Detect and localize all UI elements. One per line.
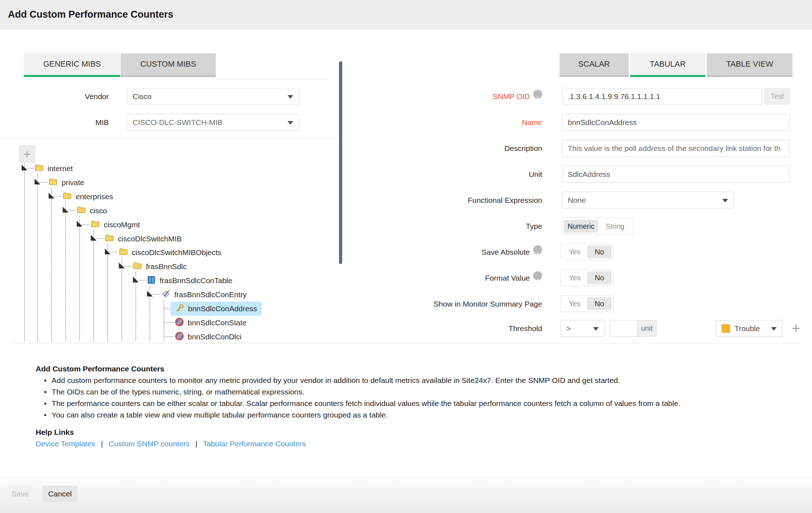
no-access-icon	[175, 318, 184, 328]
type-option-numeric[interactable]: Numeric	[564, 220, 598, 233]
tab-table-view[interactable]: TABLE VIEW	[707, 53, 793, 77]
tree-guide-line	[65, 202, 66, 341]
link-device-templates[interactable]: Device Templates	[36, 440, 95, 448]
tree-expand-toggle-icon[interactable]	[63, 207, 68, 213]
add-threshold-button[interactable]: +	[788, 320, 804, 337]
functional-expression-select[interactable]: None	[562, 192, 734, 209]
test-button[interactable]: Test	[764, 88, 790, 105]
tree-expand-toggle-icon[interactable]	[22, 165, 27, 170]
type-option-string[interactable]: String	[598, 220, 632, 233]
footer-bar	[0, 478, 812, 513]
tab-scalar[interactable]: SCALAR	[559, 53, 629, 77]
name-label: Name	[360, 114, 542, 131]
tab-generic-mibs-label: GENERIC MIBS	[43, 59, 101, 69]
tab-custom-mibs[interactable]: CUSTOM MIBS	[121, 53, 216, 77]
description-input[interactable]: This value is the poll address of the se…	[562, 140, 790, 157]
folder-icon	[105, 234, 114, 244]
key-icon	[175, 304, 184, 314]
tree-node-internet[interactable]: internet	[35, 162, 73, 175]
unit-value: SdlcAddress	[568, 170, 610, 179]
tree-guide-line	[164, 300, 164, 341]
tree-expand-all-button[interactable]: +	[19, 145, 35, 163]
tree-node-ciscodlcswitchmib[interactable]: ciscoDlcSwitchMIB	[105, 232, 182, 245]
tree-node-private[interactable]: private	[49, 176, 84, 189]
chevron-down-icon	[287, 95, 293, 99]
tree-expand-toggle-icon[interactable]	[77, 221, 82, 227]
tree-node-ciscomgmt[interactable]: ciscoMgmt	[91, 218, 140, 231]
panel-scrollbar-thumb[interactable]	[339, 61, 342, 264]
threshold-severity-select[interactable]: Trouble	[716, 320, 782, 337]
tree-expand-toggle-icon[interactable]	[91, 235, 97, 241]
tab-generic-mibs[interactable]: GENERIC MIBS	[24, 53, 120, 77]
folder-icon	[91, 220, 100, 229]
unit-label: Unit	[360, 166, 542, 183]
content-divider	[11, 343, 801, 343]
tree-guide-line	[93, 230, 94, 341]
save-button[interactable]: Save	[8, 486, 32, 502]
tree-node-cisco[interactable]: cisco	[77, 204, 107, 217]
vendor-label: Vendor	[36, 88, 109, 105]
title-bar: Add Custom Performance Counters	[0, 0, 812, 29]
tree-node-frasbnnsdlcconentry[interactable]: frasBnnSdlcConEntry	[161, 288, 247, 301]
tree-node-label: bnnSdlcConAddress	[188, 304, 257, 313]
threshold-label: Threshold	[360, 320, 542, 337]
snmp-oid-input[interactable]: .1.3.6.1.4.1.9.9.76.1.1.1.1.1	[562, 88, 762, 105]
tree-node-bnnsdlcconstate[interactable]: bnnSdlcConState	[175, 316, 246, 329]
help-bullet: •The performance counters can be either …	[44, 399, 680, 408]
functional-expression-label: Functional Expression	[360, 192, 542, 209]
tree-expand-toggle-icon[interactable]	[35, 179, 40, 184]
mib-select[interactable]: CISCO-DLC-SWITCH-MIB	[127, 114, 299, 131]
tree-expand-toggle-icon[interactable]	[119, 263, 125, 268]
info-icon[interactable]	[533, 245, 542, 254]
tree-node-ciscodlcswitchmibobjects[interactable]: ciscoDlcSwitchMIBObjects	[119, 246, 222, 259]
tree-node-frasbnnsdlc[interactable]: frasBnnSdlc	[133, 260, 187, 273]
show-in-summary-no[interactable]: No	[587, 297, 612, 310]
cancel-button[interactable]: Cancel	[43, 486, 77, 502]
show-in-summary-yes[interactable]: Yes	[562, 297, 587, 310]
tree-expand-toggle-icon[interactable]	[105, 249, 111, 254]
tree-node-label: ciscoDlcSwitchMIB	[118, 235, 182, 243]
tab-tabular[interactable]: TABULAR	[630, 53, 705, 77]
help-title: Add Custom Performance Counters	[36, 365, 164, 373]
save-absolute-yes[interactable]: Yes	[562, 245, 587, 258]
tree-node-label: internet	[48, 164, 73, 173]
threshold-value-group: unit	[610, 320, 657, 337]
snmp-oid-value: .1.3.6.1.4.1.9.9.76.1.1.1.1.1	[568, 92, 660, 101]
tree-node-label: bnnSdlcConDlci	[188, 333, 241, 341]
plus-icon: +	[792, 320, 800, 336]
folder-icon	[35, 164, 44, 173]
format-value-yes[interactable]: Yes	[562, 271, 587, 284]
snmp-oid-label: SNMP OID	[360, 88, 542, 105]
tree-expand-toggle-icon[interactable]	[133, 277, 139, 282]
format-value-toggle: Yes No	[561, 269, 614, 286]
type-toggle: Numeric String	[562, 218, 633, 235]
name-input[interactable]: bnnSdlcConAddress	[562, 114, 790, 131]
name-value: bnnSdlcConAddress	[568, 118, 637, 127]
format-value-no[interactable]: No	[587, 271, 612, 284]
link-tabular-performance-counters[interactable]: Tabular Performance Counters	[203, 440, 306, 448]
tree-connector	[164, 322, 174, 323]
table-icon	[147, 276, 156, 286]
tree-expand-toggle-icon[interactable]	[147, 291, 153, 296]
save-absolute-no[interactable]: No	[587, 245, 612, 258]
tree-node-bnnsdlccondlci[interactable]: bnnSdlcConDlci	[175, 330, 241, 343]
threshold-value-input[interactable]	[610, 320, 637, 336]
threshold-operator-select[interactable]: >	[561, 320, 604, 337]
folder-icon	[133, 262, 142, 271]
tree-expand-toggle-icon[interactable]	[49, 193, 54, 198]
tree-guide-line	[51, 188, 52, 341]
unit-input[interactable]: SdlcAddress	[562, 166, 790, 183]
tree-node-bnnsdlcconaddress[interactable]: bnnSdlcConAddress	[171, 302, 262, 316]
chevron-down-icon	[771, 327, 777, 331]
vendor-select[interactable]: Cisco	[127, 88, 299, 105]
tree-node-label: frasBnnSdlcConTable	[160, 276, 232, 285]
tree-node-enterprises[interactable]: enterprises	[63, 190, 113, 203]
link-custom-snmp-counters[interactable]: Custom SNMP counters	[109, 440, 190, 448]
info-icon[interactable]	[533, 90, 542, 99]
tree-guide-line	[24, 164, 25, 341]
tree-node-frasbnnsdlccontable[interactable]: frasBnnSdlcConTable	[147, 274, 232, 287]
show-in-summary-label: Show in Monitor Summary Page	[360, 295, 542, 312]
info-icon[interactable]	[533, 271, 542, 280]
type-label: Type	[360, 218, 542, 235]
chevron-down-icon	[722, 199, 728, 202]
